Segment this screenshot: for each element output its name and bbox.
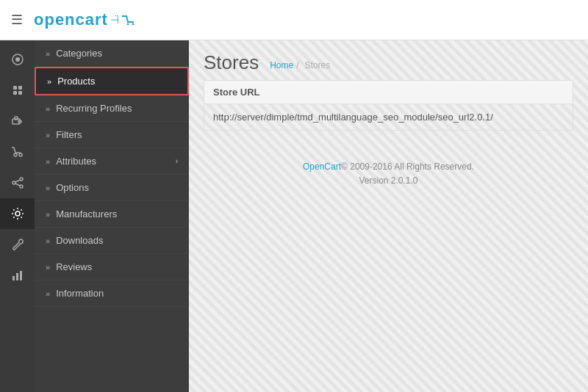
svg-point-18	[15, 211, 20, 216]
sidebar-icon-system[interactable]	[0, 198, 35, 229]
sidebar-item-label-recurring: Recurring Profiles	[56, 103, 132, 114]
sidebar-item-label-categories: Categories	[56, 48, 102, 59]
sidebar-icon-reports[interactable]	[0, 260, 35, 291]
sidebar-item-information[interactable]: » Information	[35, 280, 189, 307]
footer-version: Version 2.0.1.0	[204, 174, 573, 188]
svg-rect-21	[20, 271, 22, 280]
sidebar-icon-marketing[interactable]	[0, 167, 35, 198]
sidebar-item-label-options: Options	[56, 182, 89, 193]
svg-rect-5	[18, 86, 22, 90]
logo-cart-icon: ⊣̈	[110, 14, 119, 26]
nav-arrow-attributes: »	[46, 157, 50, 166]
svg-line-16	[15, 180, 20, 182]
sidebar-icon-sales[interactable]	[0, 137, 35, 167]
svg-rect-4	[13, 86, 17, 90]
sidebar-item-reviews[interactable]: » Reviews	[35, 254, 189, 280]
store-url-table: Store URL http://server/dimple/tmd_multi…	[204, 80, 573, 131]
logo-cart-svg	[121, 15, 137, 25]
table-row: http://server/dimple/tmd_multilanguage_s…	[204, 104, 573, 131]
svg-point-13	[20, 178, 23, 181]
svg-rect-6	[13, 91, 17, 95]
sidebar-item-options[interactable]: » Options	[35, 175, 189, 201]
page-title-bar: Stores Home / Stores	[204, 51, 573, 74]
sidebar-icon-extensions[interactable]	[0, 106, 35, 137]
sidebar-item-filters[interactable]: » Filters	[35, 122, 189, 148]
nav-arrow-downloads: »	[46, 236, 50, 245]
sidebar-item-label-products: Products	[57, 76, 95, 87]
store-url-header: Store URL	[204, 81, 573, 104]
content-area: Stores Home / Stores Store URL http://se…	[189, 40, 588, 392]
sidebar-item-recurring-profiles[interactable]: » Recurring Profiles	[35, 95, 189, 122]
breadcrumb-home-link[interactable]: Home	[270, 60, 293, 70]
footer: OpenCart© 2009-2016 All Rights Reserved.…	[204, 160, 573, 188]
page-title: Stores	[204, 51, 259, 74]
nav-arrow-categories: »	[46, 49, 50, 58]
svg-rect-20	[16, 273, 18, 280]
sidebar-item-categories[interactable]: » Categories	[35, 40, 189, 67]
sidebar-icon-catalog[interactable]	[0, 75, 35, 106]
nav-arrow-options: »	[46, 184, 50, 192]
sidebar-item-manufacturers[interactable]: » Manufacturers	[35, 201, 189, 228]
sidebar-item-products[interactable]: » Products	[35, 67, 189, 95]
left-nav: » Categories » Products » Recurring Prof…	[35, 40, 189, 392]
top-bar: ☰ opencart ⊣̈	[0, 0, 588, 40]
svg-point-14	[12, 181, 15, 184]
sidebar-item-downloads[interactable]: » Downloads	[35, 228, 189, 254]
svg-rect-19	[12, 276, 15, 280]
svg-point-3	[15, 57, 20, 62]
svg-line-17	[15, 184, 20, 186]
nav-arrow-information: »	[46, 289, 50, 298]
logo: opencart ⊣̈	[34, 10, 137, 29]
svg-rect-10	[15, 117, 18, 120]
sidebar-item-label-manufacturers: Manufacturers	[56, 208, 117, 219]
breadcrumb-separator: /	[296, 60, 298, 70]
svg-point-12	[19, 153, 22, 156]
sidebar-icon-tools[interactable]	[0, 229, 35, 260]
sidebar-item-label-information: Information	[56, 288, 104, 299]
svg-rect-7	[18, 91, 22, 95]
nav-arrow-reviews: »	[46, 263, 50, 272]
sidebar-item-label-downloads: Downloads	[56, 235, 103, 246]
breadcrumb: Home / Stores	[270, 56, 333, 70]
menu-toggle-icon[interactable]: ☰	[11, 12, 23, 28]
nav-arrow-filters: »	[46, 131, 50, 139]
svg-point-0	[126, 23, 129, 26]
main-layout: » Categories » Products » Recurring Prof…	[0, 40, 588, 392]
nav-arrow-manufacturers: »	[46, 210, 50, 219]
footer-brand-link[interactable]: OpenCart	[303, 161, 341, 172]
breadcrumb-current: Stores	[305, 60, 331, 70]
sidebar-item-label-reviews: Reviews	[56, 261, 92, 272]
sidebar-icon-design[interactable]	[0, 44, 35, 75]
sidebar-item-label-filters: Filters	[56, 129, 82, 140]
logo-text: opencart	[34, 10, 108, 29]
footer-copyright: © 2009-2016 All Rights Reserved.	[341, 161, 474, 172]
sidebar-item-attributes[interactable]: » Attributes ›	[35, 148, 189, 175]
icon-sidebar	[0, 40, 35, 392]
svg-point-1	[132, 23, 134, 26]
nav-arrow-products: »	[47, 77, 51, 86]
sidebar-item-label-attributes: Attributes	[56, 156, 96, 167]
store-url-value: http://server/dimple/tmd_multilanguage_s…	[204, 104, 573, 131]
nav-arrow-recurring: »	[46, 104, 50, 113]
svg-point-11	[14, 153, 17, 156]
svg-point-15	[20, 185, 23, 188]
nav-expand-attributes: ›	[176, 157, 178, 165]
